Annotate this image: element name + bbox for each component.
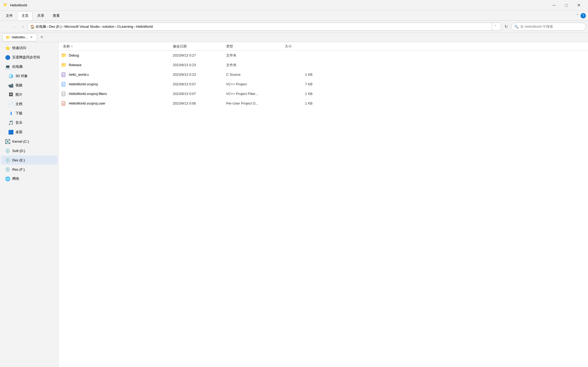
window-controls: ─ □ ✕ bbox=[548, 1, 585, 10]
sidebar-item-music[interactable]: 🎵 音乐 bbox=[1, 118, 57, 127]
svg-text:USR: USR bbox=[62, 103, 65, 105]
sidebar-item-videos[interactable]: 📹 视频 bbox=[1, 81, 57, 90]
tabs-bar: 📁 HelloWo... ✕ + bbox=[0, 33, 588, 42]
ribbon-tab-share[interactable]: 共享 bbox=[34, 12, 48, 20]
file-type: Per-User Project O... bbox=[226, 101, 285, 105]
sidebar-label-drive-d: Soft (D:) bbox=[12, 149, 25, 153]
svg-text:VC: VC bbox=[62, 84, 64, 86]
ribbon: 文件 主页 共享 查看 ˅ ? bbox=[0, 11, 588, 21]
sidebar-item-this-pc[interactable]: 💻 此电脑 bbox=[1, 62, 57, 71]
breadcrumb-helloworld[interactable]: HelloWorld bbox=[136, 25, 153, 29]
sidebar-label-drive-c: Kernel (C:) bbox=[12, 139, 29, 143]
search-box[interactable]: 🔍 bbox=[511, 23, 586, 31]
file-name: HelloWorld.vcxproj.filters bbox=[69, 92, 173, 96]
videos-icon: 📹 bbox=[9, 83, 13, 88]
back-button[interactable]: ← bbox=[2, 23, 10, 30]
sidebar-item-3d-objects[interactable]: 🧊 3D 对象 bbox=[1, 71, 57, 81]
search-icon: 🔍 bbox=[514, 25, 519, 29]
table-row[interactable]: 📁 Release 2023/9/13 0:23 文件夹 bbox=[59, 60, 588, 70]
sidebar-item-desktop[interactable]: 🟦 桌面 bbox=[1, 127, 57, 137]
table-row[interactable]: 📁 Debug 2023/9/13 0:27 文件夹 bbox=[59, 51, 588, 60]
file-name: HelloWorld.vcxproj.user bbox=[69, 101, 173, 105]
downloads-icon: ⬇ bbox=[9, 111, 13, 116]
tab-folder-icon: 📁 bbox=[6, 35, 10, 39]
minimize-button[interactable]: ─ bbox=[548, 1, 560, 10]
tab-helloworld[interactable]: 📁 HelloWo... ✕ bbox=[2, 33, 37, 41]
table-row[interactable]: C hello_world.c 2023/9/13 0:23 C Source … bbox=[59, 70, 588, 79]
address-dropdown-button[interactable]: ˅ bbox=[492, 23, 499, 31]
sort-arrow: ∧ bbox=[71, 45, 73, 48]
header-type[interactable]: 类型 bbox=[226, 44, 285, 49]
up-button[interactable]: ↑ bbox=[19, 23, 27, 30]
sidebar-item-drive-d[interactable]: 💿 Soft (D:) bbox=[1, 146, 57, 155]
sidebar-item-documents[interactable]: 📄 文档 bbox=[1, 99, 57, 109]
breadcrumb-sep-5: > bbox=[134, 25, 135, 28]
sidebar-item-drive-c[interactable]: 💽 Kernel (C:) bbox=[1, 137, 57, 146]
header-date[interactable]: 修改日期 bbox=[173, 44, 226, 49]
header-name[interactable]: 名称 ∧ bbox=[61, 44, 173, 49]
forward-button[interactable]: → bbox=[11, 23, 18, 30]
file-name: Release bbox=[69, 63, 173, 67]
svg-text:FLT: FLT bbox=[62, 94, 65, 95]
sidebar-label-baidu-cloud: 百度网盘同步空间 bbox=[12, 55, 40, 60]
folder-icon: 📁 bbox=[61, 53, 67, 58]
file-size: 7 KB bbox=[285, 82, 317, 86]
table-row[interactable]: USR HelloWorld.vcxproj.user 2023/9/13 0:… bbox=[59, 99, 588, 108]
sidebar-label-documents: 文档 bbox=[15, 102, 22, 106]
tab-close-button[interactable]: ✕ bbox=[29, 35, 34, 39]
breadcrumb-solution[interactable]: solution bbox=[102, 25, 114, 29]
desktop-icon: 🟦 bbox=[9, 130, 13, 134]
sidebar-label-downloads: 下载 bbox=[15, 111, 22, 116]
address-field[interactable]: 🏠 此电脑 > Dev (E:) > Microsoft Visual Stud… bbox=[28, 23, 501, 31]
breadcrumb-this-pc[interactable]: 此电脑 bbox=[36, 24, 46, 29]
header-size[interactable]: 大小 bbox=[285, 44, 317, 49]
file-area: 名称 ∧ 修改日期 类型 大小 📁 Debug 2023/9/13 0:27 文… bbox=[59, 42, 588, 367]
sidebar-item-pictures[interactable]: 🖼 图片 bbox=[1, 90, 57, 99]
address-home-icon: 🏠 bbox=[30, 25, 35, 29]
sidebar-item-network[interactable]: 🌐 网络 bbox=[1, 174, 57, 183]
sidebar-item-drive-e[interactable]: 💿 Dev (E:) bbox=[1, 155, 57, 165]
folder-icon: 📁 bbox=[61, 62, 67, 68]
ribbon-chevron[interactable]: ˅ bbox=[575, 13, 579, 19]
music-icon: 🎵 bbox=[9, 120, 13, 125]
file-type: VC++ Project Filter... bbox=[226, 92, 285, 96]
network-icon: 🌐 bbox=[5, 176, 10, 181]
search-input[interactable] bbox=[520, 25, 583, 29]
breadcrumb-sep-3: > bbox=[100, 25, 102, 28]
sidebar-item-baidu-cloud[interactable]: 🔵 百度网盘同步空间 bbox=[1, 53, 57, 62]
window-icon: 📁 bbox=[3, 3, 9, 8]
sidebar-label-drive-f: Res (F:) bbox=[12, 167, 25, 171]
breadcrumb-dev[interactable]: Dev (E:) bbox=[49, 25, 62, 29]
close-button[interactable]: ✕ bbox=[573, 1, 585, 10]
refresh-button[interactable]: ↻ bbox=[502, 23, 510, 31]
file-list-header: 名称 ∧ 修改日期 类型 大小 bbox=[59, 42, 588, 51]
sidebar: ⭐ 快速访问 🔵 百度网盘同步空间 💻 此电脑 🧊 3D 对象 📹 视频 🖼 bbox=[0, 42, 59, 367]
ribbon-tab-home[interactable]: 主页 bbox=[18, 11, 33, 20]
sidebar-label-pictures: 图片 bbox=[15, 92, 22, 97]
sidebar-item-quick-access[interactable]: ⭐ 快速访问 bbox=[1, 43, 57, 53]
tab-add-button[interactable]: + bbox=[38, 34, 46, 41]
ribbon-help[interactable]: ? bbox=[581, 13, 586, 18]
file-size: 1 KB bbox=[285, 92, 317, 96]
ribbon-tab-view[interactable]: 查看 bbox=[49, 12, 63, 20]
breadcrumb-vs[interactable]: Microsoft Visual Studio bbox=[65, 25, 100, 29]
breadcrumb-clearning[interactable]: CLearning bbox=[117, 25, 133, 29]
maximize-button[interactable]: □ bbox=[560, 1, 573, 10]
drive-f-icon: 💿 bbox=[5, 167, 10, 172]
sidebar-item-downloads[interactable]: ⬇ 下载 bbox=[1, 109, 57, 118]
main-layout: ⭐ 快速访问 🔵 百度网盘同步空间 💻 此电脑 🧊 3D 对象 📹 视频 🖼 bbox=[0, 42, 588, 367]
sidebar-label-quick-access: 快速访问 bbox=[12, 46, 26, 50]
table-row[interactable]: VC HelloWorld.vcxproj 2023/9/13 0:07 VC+… bbox=[59, 79, 588, 89]
ribbon-tab-file[interactable]: 文件 bbox=[2, 12, 17, 20]
sidebar-label-drive-e: Dev (E:) bbox=[12, 158, 25, 162]
sidebar-label-music: 音乐 bbox=[15, 120, 22, 125]
file-list: 📁 Debug 2023/9/13 0:27 文件夹 📁 Release 202… bbox=[59, 51, 588, 367]
sidebar-item-drive-f[interactable]: 💿 Res (F:) bbox=[1, 165, 57, 174]
pictures-icon: 🖼 bbox=[9, 92, 13, 97]
file-size: 1 KB bbox=[285, 101, 317, 105]
table-row[interactable]: FLT HelloWorld.vcxproj.filters 2023/9/13… bbox=[59, 89, 588, 99]
file-date: 2023/9/13 0:27 bbox=[173, 53, 226, 57]
drive-c-icon: 💽 bbox=[5, 139, 10, 144]
breadcrumb-sep-1: > bbox=[47, 25, 48, 28]
breadcrumb-sep-2: > bbox=[62, 25, 64, 28]
